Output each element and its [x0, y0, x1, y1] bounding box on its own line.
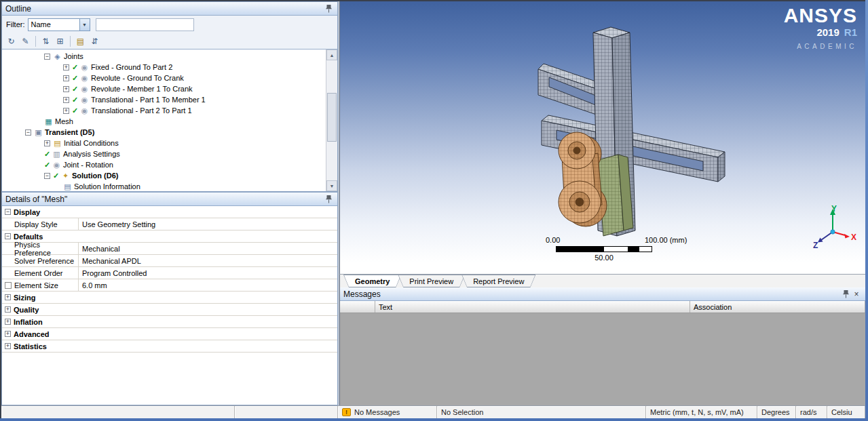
- tree-scrollbar[interactable]: ▲ ▼: [326, 49, 337, 191]
- check-icon: ✓: [72, 96, 79, 104]
- status-no-messages-label: No Messages: [354, 408, 400, 416]
- joint-icon: ◉: [80, 106, 89, 115]
- tree-item-mesh[interactable]: ▦ Mesh: [2, 116, 337, 127]
- expand-icon[interactable]: +: [5, 319, 11, 325]
- tree-item-joint-rotation[interactable]: ✓ ◉ Joint - Rotation: [2, 159, 337, 170]
- tree-item-revolute-joint-2[interactable]: + ✓ ◉ Revolute - Member 1 To Crank: [2, 83, 337, 94]
- filter-type-select[interactable]: Name ▼: [28, 18, 90, 31]
- tree-item-label: Solution Information: [74, 182, 140, 191]
- property-value[interactable]: Mechanical APDL: [79, 257, 337, 265]
- filter-search-input[interactable]: [96, 18, 194, 31]
- details-group-advanced[interactable]: + Advanced: [2, 328, 337, 340]
- expand-icon[interactable]: +: [44, 140, 50, 146]
- status-units[interactable]: Metric (mm, t, N, s, mV, mA): [646, 406, 757, 418]
- tree-item-initial-conditions[interactable]: + ▤ Initial Conditions: [2, 138, 337, 148]
- details-title-bar[interactable]: Details of "Mesh": [2, 193, 337, 206]
- graphics-viewport[interactable]: ANSYS 2019R1 ACADEMIC 0.00 100.00 (mm) 5…: [339, 1, 865, 274]
- ansys-mechanical-window: Outline Filter: Name ▼ ↻ ✎ ⇅ ⊞ ▤ ⇵ −: [0, 0, 868, 421]
- check-icon: ✓: [72, 85, 79, 94]
- expand-icon[interactable]: +: [63, 86, 69, 92]
- pin-icon[interactable]: [323, 194, 334, 204]
- messages-title: Messages: [343, 289, 840, 299]
- collapse-icon[interactable]: −: [44, 54, 50, 60]
- expand-icon[interactable]: +: [63, 108, 69, 114]
- element-size-checkbox[interactable]: [5, 282, 12, 289]
- tab-print-preview[interactable]: Print Preview: [398, 275, 465, 287]
- toolbar-separator: [35, 36, 36, 47]
- expand-icon[interactable]: +: [5, 294, 11, 300]
- pin-icon[interactable]: [323, 3, 334, 14]
- refresh-icon[interactable]: ↻: [5, 35, 18, 47]
- orientation-triad[interactable]: Y X Z: [811, 205, 857, 251]
- status-temperature-unit[interactable]: Celsiu: [827, 406, 865, 418]
- expand-icon[interactable]: +: [63, 75, 69, 81]
- group-label: Advanced: [14, 330, 50, 338]
- close-icon[interactable]: ×: [851, 289, 862, 299]
- window-border-left: [0, 0, 1, 421]
- expand-icon[interactable]: +: [63, 64, 69, 71]
- status-no-messages[interactable]: ! No Messages: [338, 406, 437, 418]
- scroll-thumb[interactable]: [327, 93, 337, 142]
- status-temperature-label: Celsiu: [831, 408, 852, 416]
- tree-item-label: Initial Conditions: [64, 139, 119, 147]
- tab-report-preview[interactable]: Report Preview: [461, 275, 535, 287]
- transient-analysis-icon: ▣: [34, 127, 43, 137]
- status-angle-unit[interactable]: Degrees: [757, 406, 796, 418]
- sort-az-icon[interactable]: ⇵: [88, 35, 101, 47]
- details-group-display[interactable]: − Display: [2, 206, 337, 218]
- ansys-version-year: 2019: [816, 26, 839, 38]
- details-group-inflation[interactable]: + Inflation: [2, 316, 337, 328]
- details-group-quality[interactable]: + Quality: [2, 304, 337, 316]
- details-group-sizing[interactable]: + Sizing: [2, 292, 337, 304]
- scroll-track[interactable]: [326, 60, 337, 180]
- scroll-up-icon[interactable]: ▲: [326, 49, 337, 60]
- tree-item-transient[interactable]: − ▣ Transient (D5): [2, 127, 337, 138]
- expand-icon[interactable]: +: [63, 97, 69, 103]
- messages-column-association: Association: [690, 301, 865, 313]
- collapse-icon[interactable]: −: [5, 233, 11, 239]
- tree-item-joints[interactable]: − ◈ Joints: [2, 51, 337, 62]
- property-value[interactable]: Program Controlled: [79, 269, 337, 277]
- tab-geometry[interactable]: Geometry: [343, 275, 401, 287]
- details-title: Details of "Mesh": [5, 195, 323, 204]
- joint-load-icon: ◉: [52, 160, 61, 169]
- collapse-icon[interactable]: −: [44, 173, 50, 179]
- joints-icon: ◈: [53, 52, 62, 61]
- window-border-right: [865, 0, 868, 421]
- check-icon: ✓: [72, 106, 79, 115]
- status-angular-velocity-unit[interactable]: rad/s: [796, 406, 827, 418]
- triad-x-label: X: [851, 233, 856, 242]
- expand-all-icon[interactable]: ⊞: [54, 35, 67, 47]
- check-icon: ✓: [53, 172, 60, 180]
- tree-item-fixed-joint[interactable]: + ✓ ◉ Fixed - Ground To Part 2: [2, 62, 337, 73]
- messages-warning-icon: !: [342, 408, 351, 416]
- tree-item-translational-joint-1[interactable]: + ✓ ◉ Translational - Part 1 To Member 1: [2, 94, 337, 105]
- messages-body[interactable]: [340, 313, 865, 405]
- tree-item-revolute-joint-1[interactable]: + ✓ ◉ Revolute - Ground To Crank: [2, 73, 337, 83]
- scroll-down-icon[interactable]: ▼: [326, 180, 337, 191]
- messages-title-bar[interactable]: Messages ×: [340, 287, 865, 301]
- outline-title-bar[interactable]: Outline: [2, 2, 337, 16]
- status-units-label: Metric (mm, t, N, s, mV, mA): [650, 408, 744, 416]
- expand-icon[interactable]: +: [5, 306, 11, 313]
- edit-filter-icon[interactable]: ✎: [19, 35, 32, 47]
- tree-item-solution[interactable]: − ✓ ✦ Solution (D6): [2, 170, 337, 181]
- property-value[interactable]: Mechanical: [79, 245, 337, 253]
- outline-panel: Outline Filter: Name ▼ ↻ ✎ ⇅ ⊞ ▤ ⇵ −: [1, 1, 338, 192]
- property-value[interactable]: Use Geometry Setting: [79, 220, 337, 228]
- property-value[interactable]: 6.0 mm: [79, 281, 337, 289]
- status-angular-velocity-label: rad/s: [800, 408, 816, 416]
- collapse-icon[interactable]: −: [25, 129, 31, 136]
- tree-item-analysis-settings[interactable]: ✓ ▥ Analysis Settings: [2, 148, 337, 159]
- collapse-icon[interactable]: −: [5, 209, 11, 215]
- check-icon: ✓: [44, 161, 52, 169]
- pin-icon[interactable]: [840, 289, 851, 299]
- tree-item-translational-joint-2[interactable]: + ✓ ◉ Translational - Part 2 To Part 1: [2, 105, 337, 116]
- chevron-down-icon[interactable]: ▼: [79, 19, 90, 31]
- tree-item-solution-information[interactable]: ▤ Solution Information: [2, 181, 337, 191]
- expand-icon[interactable]: +: [5, 343, 11, 349]
- folder-icon[interactable]: ▤: [74, 35, 87, 47]
- details-group-statistics[interactable]: + Statistics: [2, 340, 337, 353]
- filter-icon[interactable]: ⇅: [39, 35, 52, 47]
- expand-icon[interactable]: +: [5, 331, 11, 337]
